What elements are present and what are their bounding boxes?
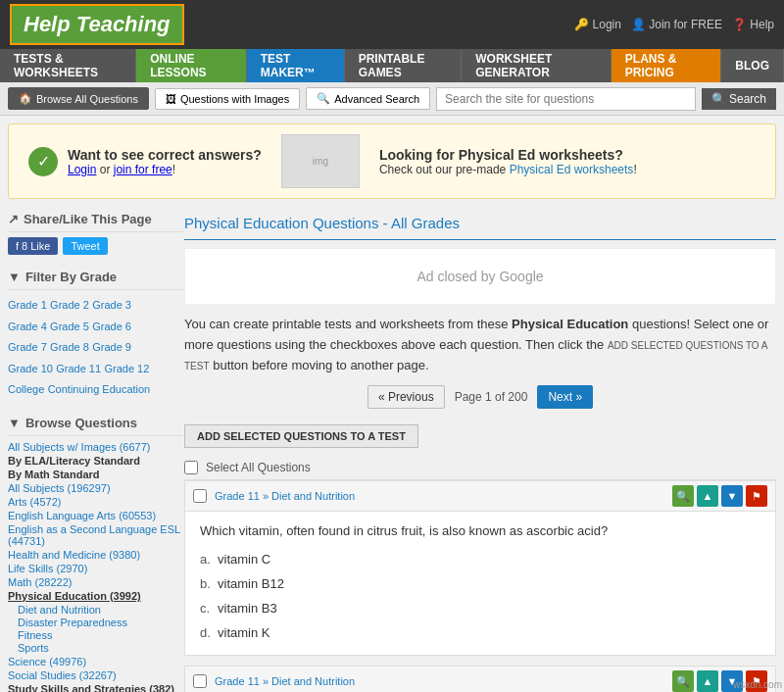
question-card-1: Grade 11 » Diet and Nutrition 🔍 ▲ ▼ ⚑ Wh… <box>184 480 776 656</box>
esl-link[interactable]: English as a Second Language ESL (44731) <box>8 523 184 547</box>
browse-questions-section: ▼ Browse Questions All Subjects w/ Image… <box>8 411 184 692</box>
fb-icon: f <box>16 240 19 252</box>
nav-online-lessons[interactable]: Online Lessons <box>136 49 246 82</box>
select-all-checkbox[interactable] <box>184 461 198 474</box>
diet-nutrition-link[interactable]: Diet and Nutrition <box>18 604 184 616</box>
grade-10-link[interactable]: Grade 10 <box>8 363 53 374</box>
grade-12-link[interactable]: Grade 12 <box>104 363 149 374</box>
page-info: Page 1 of 200 <box>450 390 533 404</box>
login-link[interactable]: Login <box>68 163 96 176</box>
banner-right: Looking for Physical Ed worksheets? Chec… <box>379 147 756 176</box>
all-subjects-images-link[interactable]: All Subjects w/ Images (6677) <box>8 441 184 453</box>
question-1-up-btn[interactable]: ▲ <box>697 485 718 507</box>
header-links: 🔑 Login 👤 Join for FREE ❓ Help <box>574 18 774 31</box>
physical-education-link[interactable]: Physical Education (3992) <box>8 590 184 602</box>
search-input[interactable] <box>436 87 696 111</box>
site-logo[interactable]: Help Teaching <box>10 4 184 45</box>
question-2-checkbox[interactable] <box>193 674 207 688</box>
home-icon: 🏠 <box>19 92 32 105</box>
grade-8-link[interactable]: Grade 8 <box>50 341 89 353</box>
answer-1c: c.vitamin B3 <box>200 597 760 621</box>
login-link[interactable]: 🔑 Login <box>574 18 621 31</box>
search-btn-icon: 🔍 <box>711 92 726 106</box>
grade-1-link[interactable]: Grade 1 <box>8 299 47 311</box>
grade-6-link[interactable]: Grade 6 <box>92 321 131 332</box>
page-title: Physical Education Questions - All Grade… <box>184 207 776 240</box>
tweet-button[interactable]: Tweet <box>63 237 107 255</box>
nav-plans-pricing[interactable]: Plans & Pricing <box>612 49 721 82</box>
arts-link[interactable]: Arts (4572) <box>8 496 184 508</box>
grade-5-link[interactable]: Grade 5 <box>50 321 89 332</box>
prev-button[interactable]: « Previous <box>368 385 445 409</box>
ad-text: Ad closed by Google <box>416 269 543 284</box>
questions-with-images-btn[interactable]: 🖼 Questions with Images <box>155 88 300 110</box>
question-header-left-1: Grade 11 » Diet and Nutrition <box>193 489 355 503</box>
banner-image: img <box>281 134 360 188</box>
banner-left: ✓ Want to see correct answers? Login or … <box>28 147 262 176</box>
browse-all-btn[interactable]: 🏠 Browse All Questions <box>8 87 149 110</box>
share-section: ↗ Share/Like This Page f 8 Like Tweet <box>8 207 184 255</box>
life-skills-link[interactable]: Life Skills (2970) <box>8 563 184 574</box>
question-1-checkbox[interactable] <box>193 489 207 503</box>
question-header-1: Grade 11 » Diet and Nutrition 🔍 ▲ ▼ ⚑ <box>185 481 775 512</box>
header: Help Teaching 🔑 Login 👤 Join for FREE ❓ … <box>0 0 784 49</box>
add-selected-questions-button[interactable]: Add Selected Questions to a Test <box>184 424 418 448</box>
question-1-flag-btn[interactable]: ⚑ <box>746 485 767 507</box>
all-subjects-link[interactable]: All Subjects (196297) <box>8 482 184 494</box>
search-icon: 🔍 <box>317 92 330 105</box>
nav-worksheet-generator[interactable]: Worksheet Generator <box>462 49 612 82</box>
search-button[interactable]: 🔍 Search <box>702 88 776 110</box>
share-title: ↗ Share/Like This Page <box>8 207 184 232</box>
study-skills-link[interactable]: Study Skills and Strategies (382) <box>8 683 184 692</box>
banner-subtitle: Login or join for free! <box>68 163 262 176</box>
next-button[interactable]: Next » <box>537 385 593 409</box>
pagination: « Previous Page 1 of 200 Next » <box>184 385 776 409</box>
question-2-search-btn[interactable]: 🔍 <box>672 670 694 692</box>
answer-1a: a.vitamin C <box>200 548 760 572</box>
question-2-up-btn[interactable]: ▲ <box>697 670 718 692</box>
question-1-add-btn[interactable]: ▼ <box>721 485 743 507</box>
grade-11-link[interactable]: Grade 11 <box>56 363 101 374</box>
college-link[interactable]: College <box>8 383 44 395</box>
fitness-link[interactable]: Fitness <box>18 629 184 641</box>
health-medicine-link[interactable]: Health and Medicine (9380) <box>8 549 184 561</box>
grade-7-link[interactable]: Grade 7 <box>8 341 47 353</box>
nav-blog[interactable]: Blog <box>721 49 784 82</box>
advanced-search-btn[interactable]: 🔍 Advanced Search <box>306 87 430 110</box>
grade-9-link[interactable]: Grade 9 <box>92 341 131 353</box>
join-free-link[interactable]: join for free <box>114 163 172 176</box>
nav-test-maker[interactable]: Test Maker™ <box>247 49 345 82</box>
join-link[interactable]: 👤 Join for FREE <box>631 18 722 31</box>
math-standard-link[interactable]: By Math Standard <box>8 469 184 480</box>
nav-printable-games[interactable]: Printable Games <box>345 49 463 82</box>
help-link[interactable]: ❓ Help <box>732 18 774 31</box>
question-1-search-btn[interactable]: 🔍 <box>672 485 694 507</box>
watermark: wsxdn.com <box>733 679 782 690</box>
answer-1b: b.vitamin B12 <box>200 572 760 597</box>
phys-ed-worksheets-link[interactable]: Physical Ed worksheets <box>510 163 634 176</box>
math-link[interactable]: Math (28222) <box>8 576 184 588</box>
nav-tests-worksheets[interactable]: Tests & Worksheets <box>0 49 136 82</box>
banner-right-title: Looking for Physical Ed worksheets? <box>379 147 756 163</box>
intro-bold: Physical Education <box>512 317 628 331</box>
grade-2-link[interactable]: Grade 2 <box>50 299 89 311</box>
main-content: ↗ Share/Like This Page f 8 Like Tweet ▼ … <box>0 207 784 692</box>
grade-row-3: Grade 7 Grade 8 Grade 9 <box>8 337 184 359</box>
question-card-2: Grade 11 » Diet and Nutrition 🔍 ▲ ▼ ⚑ Wh… <box>184 666 776 692</box>
continuing-ed-link[interactable]: Continuing Education <box>48 383 151 395</box>
browse-title: ▼ Browse Questions <box>8 411 184 436</box>
grade-row-2: Grade 4 Grade 5 Grade 6 <box>8 317 184 338</box>
facebook-like-btn[interactable]: f 8 Like <box>8 237 58 255</box>
select-all-label: Select All Questions <box>206 461 311 474</box>
social-studies-link[interactable]: Social Studies (32267) <box>8 669 184 681</box>
grade-row-5: College Continuing Education <box>8 379 184 401</box>
banner-left-text: Want to see correct answers? Login or jo… <box>68 147 262 176</box>
science-link[interactable]: Science (49976) <box>8 656 184 667</box>
grade-4-link[interactable]: Grade 4 <box>8 321 47 332</box>
sports-link[interactable]: Sports <box>18 642 184 654</box>
grade-3-link[interactable]: Grade 3 <box>92 299 131 311</box>
ela-standard-link[interactable]: By ELA/Literacy Standard <box>8 455 184 467</box>
ela-link[interactable]: English Language Arts (60553) <box>8 510 184 521</box>
question-1-actions: 🔍 ▲ ▼ ⚑ <box>672 485 767 507</box>
disaster-prep-link[interactable]: Disaster Preparedness <box>18 617 184 628</box>
